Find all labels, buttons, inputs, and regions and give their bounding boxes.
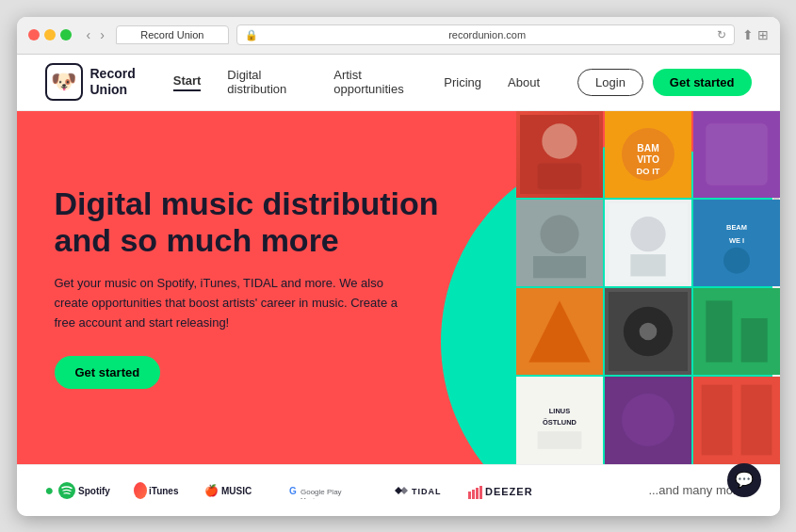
site-nav: Start Digital distribution Artist opport… (173, 68, 540, 96)
spotify-logo-svg: Spotify (58, 482, 115, 499)
browser-actions: ⬆ ⊞ (742, 27, 769, 42)
logo-text: Record Union (90, 66, 136, 98)
hero-title: Digital music distribution and so much m… (55, 185, 439, 259)
svg-rect-47 (472, 490, 475, 499)
album-cell-10: LINUSÖSTLUND (516, 377, 603, 463)
minimize-button[interactable] (44, 29, 56, 40)
new-tab-button[interactable]: ⊞ (757, 27, 769, 42)
album-cell-5 (605, 200, 691, 286)
svg-rect-26 (740, 318, 767, 363)
svg-text:G: G (289, 486, 297, 496)
header-buttons: Login Get started (577, 69, 751, 96)
nav-item-start[interactable]: Start (173, 73, 202, 91)
svg-text:🍎: 🍎 (204, 483, 219, 497)
deezer-platform: DEEZER (468, 482, 539, 499)
nav-item-about[interactable]: About (508, 75, 540, 89)
spotify-platform: ● Spotify (45, 482, 116, 499)
svg-point-11 (540, 215, 578, 253)
svg-text:WE I: WE I (728, 236, 743, 245)
svg-rect-46 (468, 492, 471, 499)
platforms-bar: ● Spotify (17, 464, 780, 516)
browser-tab[interactable]: Record Union (116, 25, 229, 44)
traffic-lights (28, 29, 72, 40)
svg-text:VITO: VITO (637, 154, 659, 165)
hero-subtitle: Get your music on Spotify, iTunes, TIDAL… (55, 274, 413, 332)
album-cell-11 (605, 377, 691, 463)
svg-point-32 (622, 394, 674, 446)
site-logo[interactable]: 🐶 Record Union (45, 63, 136, 101)
svg-text:iTunes: iTunes (149, 486, 179, 496)
svg-text:TIDAL: TIDAL (412, 487, 442, 496)
refresh-button[interactable]: ↻ (717, 28, 726, 41)
google-play-svg: G Google Play Music (289, 482, 374, 499)
svg-text:LINUS: LINUS (548, 408, 569, 416)
album-cell-6: BEAMWE I (693, 200, 780, 286)
apple-music-svg: 🍎 MUSIC (204, 482, 270, 499)
logo-icon: 🐶 (45, 63, 83, 101)
svg-point-19 (723, 248, 750, 274)
album-grid: BAMVITODO IT (516, 111, 780, 464)
chat-icon: 💬 (735, 471, 754, 489)
svg-rect-25 (706, 300, 732, 362)
svg-rect-30 (537, 432, 581, 450)
svg-text:DO IT: DO IT (636, 167, 659, 176)
apple-music-platform: 🍎 MUSIC (204, 482, 270, 499)
hero-section: Digital music distribution and so much m… (17, 111, 780, 464)
browser-chrome: ‹ › Record Union 🔒 recordunion.com ↻ ⬆ ⊞ (17, 17, 780, 55)
album-cell-3 (693, 111, 780, 198)
tidal-platform: TIDAL (393, 482, 449, 499)
tidal-svg: TIDAL (393, 482, 449, 499)
itunes-logo-svg: iTunes (134, 482, 186, 499)
svg-text:MUSIC: MUSIC (221, 486, 252, 496)
album-cell-12 (693, 377, 780, 463)
svg-rect-49 (479, 486, 482, 499)
svg-rect-48 (476, 488, 479, 499)
album-cell-2: BAMVITODO IT (605, 111, 691, 198)
site-header: 🐶 Record Union Start Digital distributio… (17, 55, 780, 111)
svg-text:Spotify: Spotify (78, 486, 110, 496)
svg-rect-34 (701, 385, 732, 456)
svg-rect-12 (533, 256, 586, 278)
svg-point-14 (630, 217, 665, 251)
svg-rect-35 (740, 385, 772, 456)
album-cell-7 (516, 288, 603, 375)
google-play-platform: G Google Play Music (289, 482, 374, 499)
svg-text:ÖSTLUND: ÖSTLUND (542, 418, 577, 427)
svg-point-1 (542, 123, 577, 158)
svg-rect-15 (630, 254, 665, 276)
get-started-hero-button[interactable]: Get started (55, 356, 161, 389)
tab-bar: Record Union (116, 25, 229, 44)
chat-bubble-button[interactable]: 💬 (727, 463, 761, 497)
logo-dog-emoji: 🐶 (51, 70, 76, 94)
album-cell-4 (516, 200, 603, 286)
nav-item-digital-distribution[interactable]: Digital distribution (227, 68, 307, 96)
nav-item-pricing[interactable]: Pricing (444, 75, 481, 89)
svg-text:DEEZER: DEEZER (485, 486, 533, 497)
lock-icon: 🔒 (245, 29, 258, 41)
svg-point-23 (639, 323, 657, 341)
close-button[interactable] (28, 29, 40, 40)
share-button[interactable]: ⬆ (742, 27, 754, 42)
browser-window: ‹ › Record Union 🔒 recordunion.com ↻ ⬆ ⊞… (17, 17, 780, 516)
forward-button[interactable]: › (96, 25, 108, 44)
get-started-header-button[interactable]: Get started (653, 69, 752, 96)
deezer-svg: DEEZER (468, 482, 539, 499)
nav-item-artist-opportunities[interactable]: Artist opportunities (333, 68, 417, 96)
album-cell-1 (516, 111, 603, 198)
page-content: 🐶 Record Union Start Digital distributio… (17, 55, 780, 516)
svg-text:Google Play: Google Play (301, 488, 342, 496)
maximize-button[interactable] (60, 29, 72, 40)
svg-text:BEAM: BEAM (726, 223, 747, 232)
address-bar[interactable]: 🔒 recordunion.com ↻ (236, 24, 735, 45)
nav-arrows: ‹ › (83, 25, 108, 44)
itunes-platform: iTunes (134, 482, 186, 499)
url-text: recordunion.com (264, 29, 711, 40)
hero-content: Digital music distribution and so much m… (17, 157, 477, 417)
album-cell-8 (605, 288, 691, 375)
album-cell-9 (693, 288, 780, 375)
login-button[interactable]: Login (577, 69, 643, 96)
back-button[interactable]: ‹ (83, 25, 95, 44)
svg-text:Music: Music (301, 497, 318, 499)
svg-text:BAM: BAM (637, 143, 658, 153)
spotify-icon: ● (45, 482, 55, 499)
